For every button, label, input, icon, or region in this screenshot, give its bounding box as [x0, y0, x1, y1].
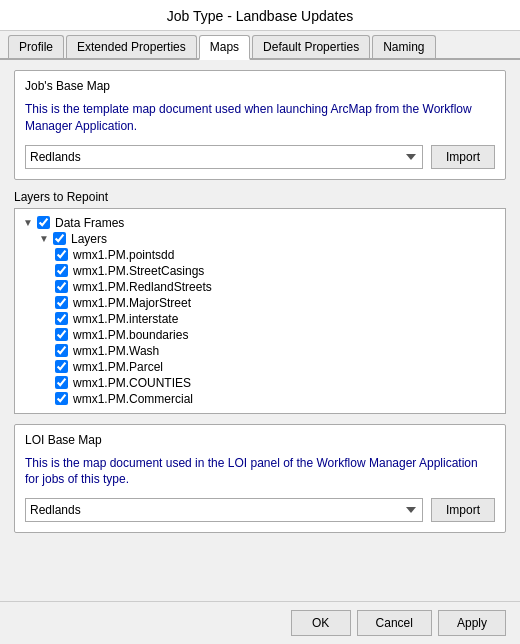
tree-node-layer-0: wmx1.PM.pointsdd: [23, 247, 497, 263]
layers-tree-box: ▼ Data Frames ▼ Layers wmx1.PM.pointsdd …: [14, 208, 506, 414]
loi-base-map-dropdown[interactable]: Redlands: [25, 498, 423, 522]
tab-naming[interactable]: Naming: [372, 35, 435, 58]
layer-label-0: wmx1.PM.pointsdd: [73, 248, 174, 262]
tree-node-layer-8: wmx1.PM.COUNTIES: [23, 375, 497, 391]
layer-checkbox-9[interactable]: [55, 392, 68, 405]
layer-checkbox-8[interactable]: [55, 376, 68, 389]
layer-checkbox-7[interactable]: [55, 360, 68, 373]
tab-default-properties[interactable]: Default Properties: [252, 35, 370, 58]
tab-extended-properties[interactable]: Extended Properties: [66, 35, 197, 58]
jobs-base-map-import-button[interactable]: Import: [431, 145, 495, 169]
ok-button[interactable]: OK: [291, 610, 351, 636]
jobs-base-map-desc: This is the template map document used w…: [25, 101, 495, 135]
layer-label-1: wmx1.PM.StreetCasings: [73, 264, 204, 278]
jobs-base-map-title: Job's Base Map: [25, 79, 495, 93]
layer-checkbox-6[interactable]: [55, 344, 68, 357]
tree-node-layer-9: wmx1.PM.Commercial: [23, 391, 497, 407]
layer-label-4: wmx1.PM.interstate: [73, 312, 178, 326]
layer-label-3: wmx1.PM.MajorStreet: [73, 296, 191, 310]
tree-node-layer-6: wmx1.PM.Wash: [23, 343, 497, 359]
tab-bar: ProfileExtended PropertiesMapsDefault Pr…: [0, 31, 520, 60]
layer-checkbox-4[interactable]: [55, 312, 68, 325]
layer-label-7: wmx1.PM.Parcel: [73, 360, 163, 374]
tree-node-layer-4: wmx1.PM.interstate: [23, 311, 497, 327]
layer-checkbox-0[interactable]: [55, 248, 68, 261]
loi-base-map-import-button[interactable]: Import: [431, 498, 495, 522]
layer-checkbox-1[interactable]: [55, 264, 68, 277]
loi-base-map-section: LOI Base Map This is the map document us…: [14, 424, 506, 534]
layer-items-container: wmx1.PM.pointsdd wmx1.PM.StreetCasings w…: [23, 247, 497, 407]
tree-node-layer-2: wmx1.PM.RedlandStreets: [23, 279, 497, 295]
layer-label-2: wmx1.PM.RedlandStreets: [73, 280, 212, 294]
apply-button[interactable]: Apply: [438, 610, 506, 636]
layers-label: Layers: [71, 232, 107, 246]
bottom-bar: OK Cancel Apply: [0, 601, 520, 644]
layer-label-9: wmx1.PM.Commercial: [73, 392, 193, 406]
tree-node-layer-3: wmx1.PM.MajorStreet: [23, 295, 497, 311]
tab-maps[interactable]: Maps: [199, 35, 250, 60]
cancel-button[interactable]: Cancel: [357, 610, 432, 636]
dataframes-label: Data Frames: [55, 216, 124, 230]
tree-node-layer-7: wmx1.PM.Parcel: [23, 359, 497, 375]
title-bar: Job Type - Landbase Updates: [0, 0, 520, 31]
layer-label-6: wmx1.PM.Wash: [73, 344, 159, 358]
title-text: Job Type - Landbase Updates: [167, 8, 354, 24]
tree-node-layer-1: wmx1.PM.StreetCasings: [23, 263, 497, 279]
tab-profile[interactable]: Profile: [8, 35, 64, 58]
tree-node-layer-5: wmx1.PM.boundaries: [23, 327, 497, 343]
tree-node-dataframes: ▼ Data Frames: [23, 215, 497, 231]
loi-base-map-row: Redlands Import: [25, 498, 495, 522]
layer-label-8: wmx1.PM.COUNTIES: [73, 376, 191, 390]
content-area: Job's Base Map This is the template map …: [0, 60, 520, 601]
layer-label-5: wmx1.PM.boundaries: [73, 328, 188, 342]
layers-expand-icon[interactable]: ▼: [39, 233, 49, 244]
layer-checkbox-5[interactable]: [55, 328, 68, 341]
jobs-base-map-dropdown[interactable]: Redlands: [25, 145, 423, 169]
layers-to-repoint-container: Layers to Repoint ▼ Data Frames ▼ Layers…: [14, 190, 506, 414]
layers-checkbox[interactable]: [53, 232, 66, 245]
layers-to-repoint-label: Layers to Repoint: [14, 190, 506, 204]
layer-checkbox-2[interactable]: [55, 280, 68, 293]
layer-checkbox-3[interactable]: [55, 296, 68, 309]
jobs-base-map-row: Redlands Import: [25, 145, 495, 169]
dataframes-expand-icon[interactable]: ▼: [23, 217, 33, 228]
tree-node-layers: ▼ Layers: [23, 231, 497, 247]
loi-base-map-title: LOI Base Map: [25, 433, 495, 447]
loi-base-map-desc: This is the map document used in the LOI…: [25, 455, 495, 489]
jobs-base-map-section: Job's Base Map This is the template map …: [14, 70, 506, 180]
dataframes-checkbox[interactable]: [37, 216, 50, 229]
